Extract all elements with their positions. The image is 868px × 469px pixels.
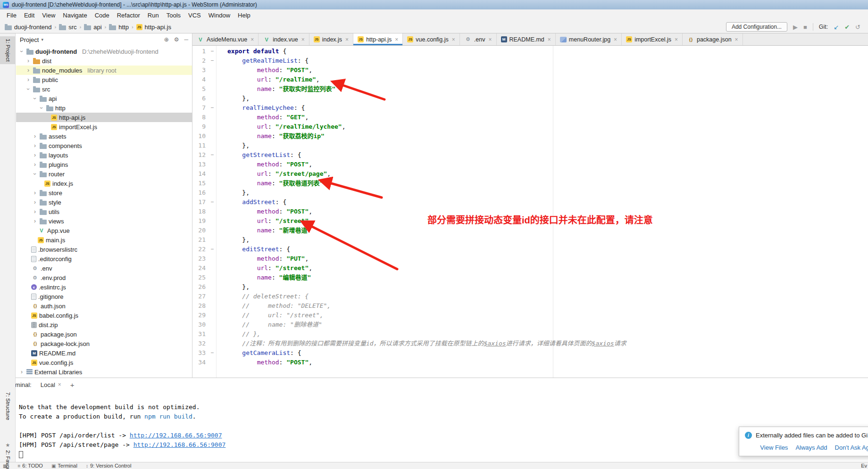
close-icon[interactable]: ×	[58, 381, 61, 388]
hide-panel-icon[interactable]: ─	[184, 36, 188, 43]
line-number[interactable]: 11	[192, 141, 209, 150]
tab-env[interactable]: ⚙.env×	[460, 33, 497, 45]
breadcrumb-api[interactable]: api	[84, 24, 101, 31]
menu-item-help[interactable]: Help	[234, 10, 254, 20]
collapse-chevron-icon[interactable]: ›	[25, 86, 32, 92]
tree-item-readme-md[interactable]: MREADME.md	[16, 348, 192, 358]
menu-item-file[interactable]: File	[3, 10, 20, 20]
terminal-link[interactable]: http://192.168.66.56:9007	[134, 441, 226, 448]
tree-item-package-json[interactable]: { }package.json	[16, 329, 192, 339]
collapse-chevron-icon[interactable]: ›	[32, 171, 38, 177]
line-number[interactable]: 21	[192, 235, 209, 245]
terminal-tab-local[interactable]: Local ×	[38, 380, 64, 389]
statusbar-item-6-todo[interactable]: ≡6: TODO	[17, 463, 42, 469]
code-line-23[interactable]: 23 method: "PUT",	[192, 254, 868, 263]
tree-item-node-modules[interactable]: ›node_moduleslibrary root	[16, 66, 192, 75]
code-line-2[interactable]: 2− getRealTimeList: {	[192, 56, 868, 66]
tab-package-json[interactable]: { }package.json×	[683, 33, 743, 45]
tab-http-api-js[interactable]: JShttp-api.js×	[353, 33, 403, 45]
menu-item-vcs[interactable]: VCS	[184, 10, 205, 20]
fold-marker[interactable]: −	[209, 56, 216, 66]
line-number[interactable]: 33	[192, 348, 209, 358]
tree-item-eslintrc-js[interactable]: e.eslintrc.js	[16, 282, 192, 292]
code-line-10[interactable]: 10 name: "获取荔枝的ip"	[192, 132, 868, 141]
close-icon[interactable]: ×	[250, 36, 254, 43]
tree-item-plugins[interactable]: ›plugins	[16, 160, 192, 169]
fold-marker[interactable]: −	[209, 197, 216, 207]
always-add-link[interactable]: Always Add	[795, 444, 827, 451]
locate-icon[interactable]: ⊕	[164, 36, 169, 43]
git-commit-icon[interactable]: ✔	[844, 24, 850, 31]
chevron-down-icon[interactable]: ▾	[41, 37, 43, 42]
code-line-13[interactable]: 13 method: "POST",	[192, 160, 868, 169]
statusbar-item-9-version-control[interactable]: ↕9: Version Control	[86, 463, 131, 469]
expand-chevron-icon[interactable]: ›	[25, 67, 31, 74]
code-line-1[interactable]: 1−export default {	[192, 47, 868, 56]
run-icon[interactable]: ▶	[793, 24, 798, 31]
tree-item-utils[interactable]: ›utils	[16, 207, 192, 216]
line-number[interactable]: 13	[192, 160, 209, 169]
line-number[interactable]: 29	[192, 311, 209, 320]
tree-item-env[interactable]: ⚙.env	[16, 263, 192, 273]
code-line-31[interactable]: 31 // },	[192, 329, 868, 339]
expand-chevron-icon[interactable]: ›	[25, 76, 31, 83]
code-line-21[interactable]: 21 },	[192, 235, 868, 245]
tab-menurouter-jpg[interactable]: menuRouter.jpg×	[556, 33, 622, 45]
code-line-30[interactable]: 30 // name: "删除巷道"	[192, 320, 868, 329]
new-terminal-button[interactable]: +	[70, 381, 75, 389]
line-number[interactable]: 22	[192, 245, 209, 254]
line-number[interactable]: 24	[192, 263, 209, 273]
line-number[interactable]: 34	[192, 358, 209, 367]
code-line-26[interactable]: 26 },	[192, 282, 868, 292]
expand-chevron-icon[interactable]: ›	[32, 199, 38, 206]
expand-chevron-icon[interactable]: ›	[19, 369, 25, 375]
expand-chevron-icon[interactable]: ›	[32, 133, 38, 140]
expand-chevron-icon[interactable]: ›	[32, 208, 38, 215]
code-line-29[interactable]: 29 // url: "/street",	[192, 311, 868, 320]
line-number[interactable]: 15	[192, 179, 209, 188]
tree-item-dist[interactable]: ›dist	[16, 56, 192, 66]
fold-marker[interactable]: −	[209, 150, 216, 160]
tree-item-duoji-frontend[interactable]: ›duoji-frontendD:\zheheWeb\duoji-fronten…	[16, 47, 192, 56]
collapse-chevron-icon[interactable]: ›	[32, 96, 38, 101]
tree-item-index-js[interactable]: JSindex.js	[16, 179, 192, 188]
line-number[interactable]: 1	[192, 47, 209, 56]
close-icon[interactable]: ×	[395, 36, 398, 43]
line-number[interactable]: 18	[192, 207, 209, 216]
code-line-28[interactable]: 28 // method: "DELETE",	[192, 301, 868, 311]
collapse-chevron-icon[interactable]: ›	[18, 49, 25, 54]
breadcrumb-http[interactable]: http	[109, 24, 129, 31]
tree-item-editorconfig[interactable]: .editorconfig	[16, 254, 192, 263]
code-line-15[interactable]: 15 name: "获取巷道列表"	[192, 179, 868, 188]
breadcrumb-duoji-frontend[interactable]: duoji-frontend	[5, 24, 52, 31]
structure-tool-button[interactable]: 7: Structure	[0, 390, 16, 422]
line-number[interactable]: 14	[192, 169, 209, 179]
menu-item-navigate[interactable]: Navigate	[59, 10, 91, 20]
line-number[interactable]: 16	[192, 188, 209, 197]
code-line-14[interactable]: 14 url: "/street/page",	[192, 169, 868, 179]
code-line-17[interactable]: 17− addStreet: {	[192, 197, 868, 207]
tree-item-app-vue[interactable]: VApp.vue	[16, 226, 192, 235]
tree-item-main-js[interactable]: JSmain.js	[16, 235, 192, 245]
tree-item-babel-config-js[interactable]: JSbabel.config.js	[16, 311, 192, 320]
menu-item-edit[interactable]: Edit	[20, 10, 38, 20]
code-line-27[interactable]: 27 // deleteStreet: {	[192, 292, 868, 301]
close-icon[interactable]: ×	[614, 36, 617, 43]
close-icon[interactable]: ×	[452, 36, 455, 43]
code-line-32[interactable]: 32 //注释：所有用到删除的接口都需要拼接变量id，所以请求方式采用了挂载在原…	[192, 339, 868, 348]
line-number[interactable]: 32	[192, 339, 209, 348]
line-number[interactable]: 10	[192, 132, 209, 141]
code-editor[interactable]: 1−export default {2− getRealTimeList: {3…	[192, 46, 868, 378]
tree-item-components[interactable]: ›components	[16, 141, 192, 150]
code-line-11[interactable]: 11 },	[192, 141, 868, 150]
tab-asidemenu-vue[interactable]: VAsideMenu.vue×	[192, 33, 259, 45]
breadcrumb-http-api-js[interactable]: JShttp-api.js	[136, 24, 171, 31]
code-line-3[interactable]: 3 method: "POST",	[192, 66, 868, 75]
history-icon[interactable]: ↺	[855, 24, 860, 31]
line-number[interactable]: 5	[192, 84, 209, 94]
tab-index-vue[interactable]: Vindex.vue×	[259, 33, 309, 45]
tree-item-store[interactable]: ›store	[16, 188, 192, 197]
close-icon[interactable]: ×	[345, 36, 349, 43]
code-line-24[interactable]: 24 url: "/street",	[192, 263, 868, 273]
code-line-25[interactable]: 25 name: "编辑巷道"	[192, 273, 868, 282]
